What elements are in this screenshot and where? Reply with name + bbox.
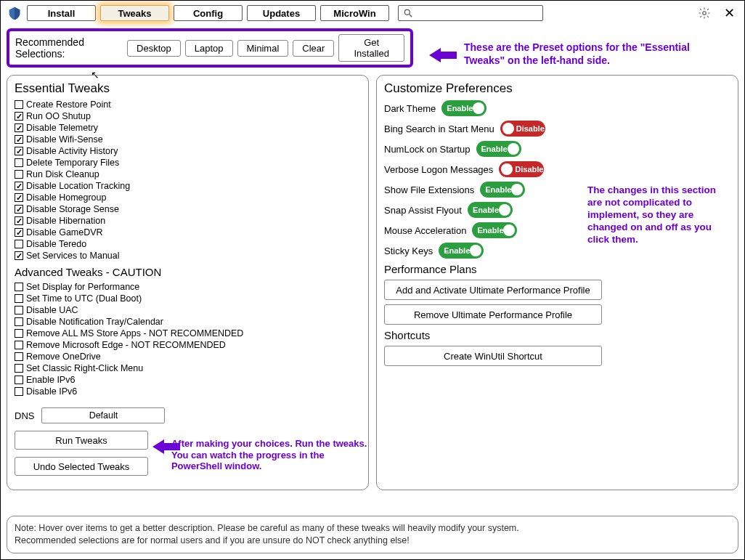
search-input[interactable] <box>416 8 538 18</box>
tweak-item[interactable]: Disable Wifi-Sense <box>15 134 361 145</box>
checkbox[interactable] <box>15 329 23 338</box>
dns-select[interactable]: Default <box>41 407 165 423</box>
nav-tweaks[interactable]: Tweaks <box>100 5 169 21</box>
close-button[interactable]: ✕ <box>721 5 737 21</box>
undo-tweaks-button[interactable]: Undo Selected Tweaks <box>15 457 148 476</box>
toggle-switch[interactable]: Enable <box>480 182 525 198</box>
toggle-row: Dark ThemeEnable <box>384 100 730 116</box>
nav-install[interactable]: Install <box>27 5 96 21</box>
tweak-item[interactable]: Disable UAC <box>15 304 361 316</box>
checkbox[interactable] <box>15 283 23 291</box>
tweak-label: Disable Wifi-Sense <box>26 134 103 145</box>
tweak-item[interactable]: Remove OneDrive <box>15 351 361 362</box>
checkbox[interactable] <box>15 364 23 373</box>
checkbox[interactable] <box>15 100 23 109</box>
preset-get-installed[interactable]: Get Installed <box>338 34 404 62</box>
preset-clear[interactable]: Clear <box>293 40 334 57</box>
toggle-switch[interactable]: Enable <box>472 222 517 238</box>
tweak-item[interactable]: Run OO Shutup <box>15 110 361 122</box>
checkbox[interactable] <box>15 294 23 303</box>
toggle-label: Snap Assist Flyout <box>384 205 462 216</box>
tweak-item[interactable]: Disable Telemetry <box>15 122 361 134</box>
tweak-item[interactable]: Disable Homegroup <box>15 192 361 203</box>
tweak-label: Remove Microsoft Edge - NOT RECOMMENDED <box>26 339 226 351</box>
create-shortcut-button[interactable]: Create WinUtil Shortcut <box>384 346 602 366</box>
tweak-label: Disable Notification Tray/Calendar <box>26 316 163 328</box>
footer-line2: Recommended selections are for normal us… <box>15 535 730 547</box>
footer-note: Note: Hover over items to get a better d… <box>7 516 738 553</box>
toggle-switch[interactable]: Enable <box>468 202 513 218</box>
nav-updates[interactable]: Updates <box>247 5 316 21</box>
settings-button[interactable] <box>696 5 712 21</box>
svg-line-1 <box>410 15 412 17</box>
tweak-item[interactable]: Set Services to Manual <box>15 250 361 261</box>
svg-point-0 <box>404 9 410 15</box>
tweak-label: Disable UAC <box>26 304 78 316</box>
arrow-left-icon <box>429 46 458 62</box>
run-tweaks-button[interactable]: Run Tweaks <box>15 431 148 450</box>
checkbox[interactable] <box>15 112 23 121</box>
checkbox[interactable] <box>15 147 23 155</box>
left-panel: Essential Tweaks Create Restore PointRun… <box>7 75 369 490</box>
nav-config[interactable]: Config <box>174 5 243 21</box>
tweak-item[interactable]: Remove ALL MS Store Apps - NOT RECOMMEND… <box>15 328 361 339</box>
toggle-switch[interactable]: Disable <box>500 121 545 137</box>
checkbox[interactable] <box>15 251 23 260</box>
checkbox[interactable] <box>15 123 23 132</box>
tweak-item[interactable]: Enable IPv6 <box>15 374 361 386</box>
svg-point-2 <box>703 12 707 15</box>
checkbox[interactable] <box>15 352 23 361</box>
tweak-item[interactable]: Disable IPv6 <box>15 386 361 397</box>
checkbox[interactable] <box>15 193 23 202</box>
preset-minimal[interactable]: Minimal <box>237 40 289 57</box>
toggle-switch[interactable]: Enable <box>439 243 484 259</box>
checkbox[interactable] <box>15 228 23 237</box>
tweak-item[interactable]: Disable Teredo <box>15 238 361 250</box>
toggle-label: Sticky Keys <box>384 245 433 256</box>
toggle-label: Show File Extensions <box>384 184 474 195</box>
dns-label: DNS <box>15 410 34 421</box>
checkbox[interactable] <box>15 158 23 167</box>
tweak-item[interactable]: Remove Microsoft Edge - NOT RECOMMENDED <box>15 339 361 351</box>
tweak-item[interactable]: Disable Activity History <box>15 145 361 157</box>
checkbox[interactable] <box>15 182 23 190</box>
tweak-item[interactable]: Set Display for Performance <box>15 281 361 293</box>
perf-add-button[interactable]: Add and Activate Ultimate Performance Pr… <box>384 280 602 300</box>
checkbox[interactable] <box>15 170 23 179</box>
toggle-switch[interactable]: Enable <box>476 141 521 157</box>
tweak-item[interactable]: Disable Hibernation <box>15 215 361 227</box>
tweak-label: Delete Temporary Files <box>26 157 119 169</box>
checkbox[interactable] <box>15 135 23 144</box>
checkbox[interactable] <box>15 341 23 349</box>
checkbox[interactable] <box>15 376 23 384</box>
tweak-item[interactable]: Set Classic Right-Click Menu <box>15 362 361 374</box>
customize-annotation: The changes in this section are not comp… <box>587 184 725 245</box>
tweak-item[interactable]: Delete Temporary Files <box>15 157 361 169</box>
tweak-label: Disable Teredo <box>26 238 86 250</box>
perf-remove-button[interactable]: Remove Ultimate Performance Profile <box>384 304 602 325</box>
search-box[interactable] <box>398 5 543 21</box>
tweak-item[interactable]: Disable GameDVR <box>15 227 361 238</box>
tweak-label: Disable Telemetry <box>26 122 98 134</box>
customize-annotation-text: The changes in this section are not comp… <box>587 184 725 245</box>
preset-laptop[interactable]: Laptop <box>185 40 233 57</box>
checkbox[interactable] <box>15 240 23 248</box>
tweak-item[interactable]: Disable Storage Sense <box>15 203 361 215</box>
checkbox[interactable] <box>15 216 23 225</box>
checkbox[interactable] <box>15 205 23 214</box>
nav-microwin[interactable]: MicroWin <box>320 5 389 21</box>
toggle-label: Mouse Acceleration <box>384 225 466 236</box>
tweak-item[interactable]: Disable Location Tracking <box>15 180 361 192</box>
toggle-switch[interactable]: Disable <box>499 161 544 177</box>
toggle-switch[interactable]: Enable <box>441 100 487 116</box>
tweak-item[interactable]: Set Time to UTC (Dual Boot) <box>15 293 361 304</box>
tweak-item[interactable]: Run Disk Cleanup <box>15 169 361 180</box>
tweak-label: Remove OneDrive <box>26 351 101 362</box>
checkbox[interactable] <box>15 387 23 396</box>
tweak-item[interactable]: Disable Notification Tray/Calendar <box>15 316 361 328</box>
preset-desktop[interactable]: Desktop <box>127 40 181 57</box>
checkbox[interactable] <box>15 317 23 326</box>
run-tweaks-annotation-text: After making your choices. Run the tweak… <box>171 438 369 472</box>
checkbox[interactable] <box>15 306 23 315</box>
tweak-item[interactable]: Create Restore Point <box>15 99 361 110</box>
